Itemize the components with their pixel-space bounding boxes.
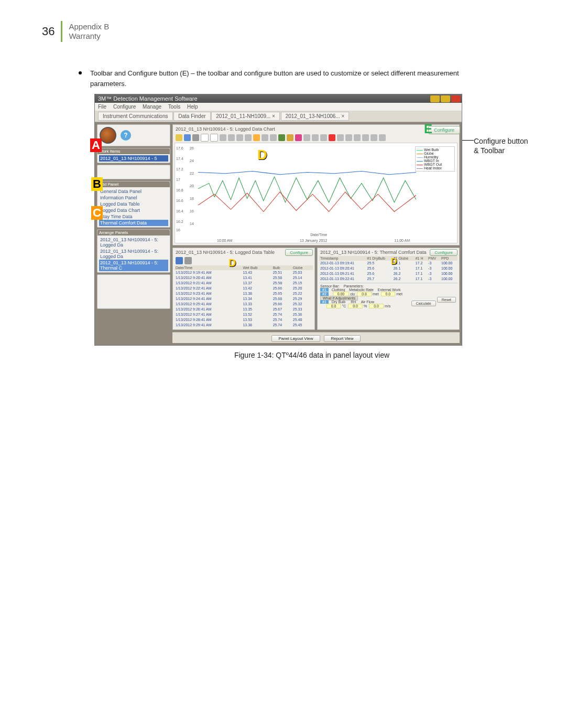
wi-radio[interactable]: #1 xyxy=(320,300,329,304)
zoom-in-icon[interactable] xyxy=(236,134,243,141)
cursor-icon[interactable] xyxy=(220,134,226,141)
table-row[interactable]: 2012-01-13 09:19:4125.526.117.2-3100.00 xyxy=(319,261,458,266)
table-row[interactable]: 1/13/2012 9:28:41 AM13.5325.7425.40 xyxy=(175,317,313,323)
rh-field[interactable]: 0.0 xyxy=(348,304,363,308)
comfort-data-table[interactable]: Timestamp #1 DryBulb #1 Globe #1 H PMV P… xyxy=(319,256,458,282)
minimize-icon[interactable] xyxy=(430,95,440,102)
grid2-icon[interactable] xyxy=(270,134,277,141)
col-h1[interactable]: #1 H xyxy=(415,256,427,261)
save-icon[interactable] xyxy=(176,257,183,264)
sidebar-item-logchart[interactable]: Logged Data Chart xyxy=(99,207,168,213)
col-timestamp[interactable]: Timestamp xyxy=(319,256,366,261)
maximize-icon[interactable] xyxy=(441,95,450,102)
col-ppd[interactable]: PPD xyxy=(440,256,458,261)
table-row[interactable]: 1/13/2012 9:23:41 AM13.3825.6525.22 xyxy=(175,291,313,296)
save-icon[interactable] xyxy=(184,134,191,141)
configure-button-table[interactable]: Configure xyxy=(285,249,313,256)
window-titlebar[interactable]: 3M™ Detection Management Software xyxy=(95,94,462,103)
export-icon[interactable] xyxy=(278,134,285,141)
sidebar-item-general[interactable]: General Data Panel xyxy=(99,188,168,195)
sidebar-item-thermal[interactable]: Thermal Comfort Data xyxy=(99,220,168,226)
airflow-field[interactable]: 0.0 xyxy=(369,304,384,308)
menu-file[interactable]: File xyxy=(98,104,106,110)
col-pmv[interactable]: PMV xyxy=(427,256,440,261)
sidebar-item-info[interactable]: Information Panel xyxy=(99,195,168,201)
color-icon[interactable] xyxy=(295,134,302,141)
reset-button[interactable]: Reset xyxy=(437,297,456,303)
col-bulb[interactable]: Bulb xyxy=(272,265,292,270)
met-unit2: met xyxy=(396,292,402,296)
drybulb-field[interactable]: 0.0 xyxy=(326,304,341,308)
report-view-button[interactable]: Report View xyxy=(324,335,360,342)
lightbulb-icon[interactable] xyxy=(253,134,260,141)
line-icon[interactable] xyxy=(371,134,377,141)
col-drybulb[interactable]: #1 DryBulb xyxy=(366,256,393,261)
tab-session2[interactable]: 2012_01_13-NH1006... × xyxy=(281,112,350,121)
col-wetbulb[interactable]: Wet Bulb xyxy=(242,265,271,270)
pan-icon[interactable] xyxy=(228,134,235,141)
sidebar-item-logtable[interactable]: Logged Data Table xyxy=(99,201,168,207)
table-cell: 13.35 xyxy=(242,307,271,312)
sidebar-item-staytime[interactable]: Stay Time Data xyxy=(99,213,168,220)
table-row[interactable]: 1/13/2012 9:21:41 AM13.3725.5825.15 xyxy=(175,281,313,286)
chart-toolbar[interactable] xyxy=(175,133,458,143)
menu-help[interactable]: Help xyxy=(187,104,198,110)
vaxis-icon[interactable] xyxy=(337,134,344,141)
open-icon[interactable] xyxy=(210,134,218,142)
sensor-radio[interactable]: #1 xyxy=(320,288,329,292)
toolbar-icon[interactable] xyxy=(176,134,182,141)
table-row[interactable]: 2012-01-13 09:22:4125.726.217.1-3100.00 xyxy=(319,276,458,282)
tab-datafinder[interactable]: Data Finder xyxy=(173,112,210,121)
haxis-icon[interactable] xyxy=(345,134,352,141)
hresize-icon[interactable] xyxy=(303,134,310,141)
arrange-item-1[interactable]: 2012_01_13 NH100914 - 5: Logged Da xyxy=(99,237,168,248)
sensor-radio-2[interactable]: #2 xyxy=(320,292,329,296)
menu-configure[interactable]: Configure xyxy=(113,104,136,110)
table-cell: 1/13/2012 9:19:41 AM xyxy=(175,270,242,275)
table-row[interactable]: 2012-01-13 09:20:4125.626.117.1-3100.00 xyxy=(319,266,458,271)
panel-layout-view-button[interactable]: Panel Layout View xyxy=(271,335,320,342)
configure-button-comfort[interactable]: Configure xyxy=(430,249,458,256)
zoom-out-icon[interactable] xyxy=(245,134,252,141)
menu-bar[interactable]: File Configure Manage Tools Help xyxy=(95,103,462,111)
table-row[interactable]: 1/13/2012 9:29:41 AM13.3825.7425.45 xyxy=(175,323,313,328)
table-row[interactable]: 2012-01-13 09:21:4125.626.217.1-3100.00 xyxy=(319,271,458,276)
table-row[interactable]: 1/13/2012 9:20:41 AM13.4125.5825.14 xyxy=(175,275,313,281)
area-icon[interactable] xyxy=(379,134,386,141)
table-row[interactable]: 1/13/2012 9:19:41 AM13.4325.5125.03 xyxy=(175,270,313,275)
help-icon[interactable]: ? xyxy=(121,130,131,141)
metabolic-field[interactable]: 0.8 xyxy=(357,292,372,296)
work-item-selected[interactable]: 2012_01_13 NH100914 - 5 xyxy=(99,155,168,162)
table-row[interactable]: 1/13/2012 9:24:41 AM13.3425.6825.29 xyxy=(175,296,313,302)
grid-icon[interactable] xyxy=(262,134,268,141)
logged-data-table[interactable]: Date/Time Wet Bulb Bulb Globe 1/13/2012 … xyxy=(175,265,313,328)
menu-tools[interactable]: Tools xyxy=(168,104,180,110)
close-icon[interactable] xyxy=(451,95,461,102)
arrange-item-3[interactable]: 2012_01_13 NH100914 - 5: Thermal C xyxy=(99,260,168,271)
new-icon[interactable] xyxy=(201,134,209,142)
chart-area[interactable]: Wet Bulb Globe Humidity WBGT In WBGT Out… xyxy=(175,143,458,243)
settings-icon[interactable] xyxy=(287,134,293,141)
table-row[interactable]: 1/13/2012 9:25:41 AM13.3325.6625.32 xyxy=(175,302,313,307)
pointer-icon[interactable] xyxy=(362,134,369,141)
table-row[interactable]: 1/13/2012 9:26:41 AM13.3525.6725.33 xyxy=(175,307,313,312)
crosshair-icon[interactable] xyxy=(354,134,361,141)
table-row[interactable]: 1/13/2012 9:22:41 AM13.4225.6625.20 xyxy=(175,286,313,291)
calculate-button[interactable]: Calculate xyxy=(411,301,436,306)
tab-session1[interactable]: 2012_01_11-NH1009... × xyxy=(211,112,280,121)
print-icon[interactable] xyxy=(184,257,192,264)
print-icon[interactable] xyxy=(192,134,199,141)
tab-instrument[interactable]: Instrument Communications xyxy=(98,112,173,121)
arrange-item-2[interactable]: 2012_01_13 NH100914 - 5: Logged Da xyxy=(99,248,168,260)
col-globe[interactable]: Globe xyxy=(292,265,313,270)
menu-manage[interactable]: Manage xyxy=(143,104,161,110)
table-cell: 1/13/2012 9:29:41 AM xyxy=(175,323,242,328)
crop-icon[interactable] xyxy=(312,134,319,141)
table-row[interactable]: 1/13/2012 9:27:41 AM13.5225.7425.36 xyxy=(175,312,313,317)
marker-icon[interactable] xyxy=(329,134,335,141)
configure-button[interactable]: Configure xyxy=(428,126,460,134)
tab-bar[interactable]: Instrument Communications Data Finder 20… xyxy=(95,111,462,122)
external-field[interactable]: 0.0 xyxy=(381,292,396,296)
text-icon[interactable] xyxy=(320,134,327,141)
external-label: External Work xyxy=(378,288,401,292)
